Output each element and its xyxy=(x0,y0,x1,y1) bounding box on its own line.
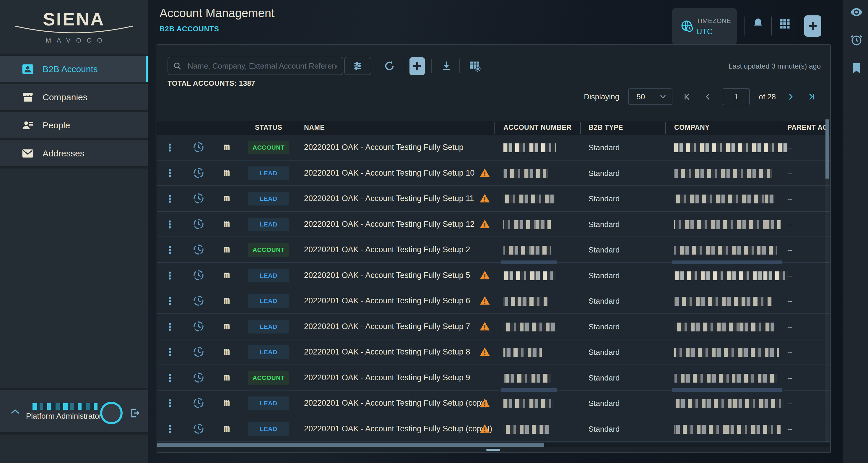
bookmark-icon[interactable] xyxy=(850,61,863,75)
history-icon[interactable] xyxy=(193,167,205,179)
account-name: 20220201 OAK - Account Testing Fully Set… xyxy=(304,373,470,382)
redacted-strip xyxy=(672,260,782,264)
sidebar-item-b2b-accounts[interactable]: B2B Accounts xyxy=(0,56,148,82)
divider xyxy=(0,166,148,169)
sidebar-item-label: Addresses xyxy=(42,148,85,158)
prev-page-button[interactable] xyxy=(702,91,714,103)
timezone-chip[interactable]: TIMEZONE UTC xyxy=(672,8,737,45)
add-new-button[interactable] xyxy=(804,16,821,37)
notifications-bell-icon[interactable] xyxy=(752,17,765,30)
history-icon[interactable] xyxy=(193,320,205,332)
divider xyxy=(0,82,148,84)
row-menu-icon[interactable] xyxy=(165,296,175,306)
account-number-redacted xyxy=(503,246,551,255)
history-icon[interactable] xyxy=(193,243,205,256)
page-size-select[interactable]: 50 xyxy=(628,88,673,105)
parent-account: -- xyxy=(787,220,793,229)
chevron-right-icon xyxy=(786,92,795,101)
history-icon[interactable] xyxy=(193,269,205,281)
parent-account: -- xyxy=(787,373,793,383)
resize-drag-handle[interactable] xyxy=(486,449,500,451)
sidebar-item-addresses[interactable]: Addresses xyxy=(0,140,148,166)
page-number-input[interactable] xyxy=(723,88,750,105)
row-menu-icon[interactable] xyxy=(165,347,175,357)
company-redacted xyxy=(674,220,780,229)
row-menu-icon[interactable] xyxy=(165,220,175,229)
column-header-b2b-type[interactable]: B2B TYPE xyxy=(589,123,623,132)
vertical-scrollbar-thumb[interactable] xyxy=(826,119,829,179)
breadcrumb[interactable]: B2B ACCOUNTS xyxy=(159,25,219,33)
history-icon[interactable] xyxy=(193,346,205,358)
company-redacted xyxy=(674,399,783,408)
mavoco-glyph: m xyxy=(222,218,232,229)
row-menu-icon[interactable] xyxy=(165,398,175,408)
status-badge: LEAD xyxy=(248,422,289,436)
sidebar-item-companies[interactable]: Companies xyxy=(0,84,148,110)
history-icon[interactable] xyxy=(193,397,205,409)
total-accounts-label: TOTAL ACCOUNTS: xyxy=(167,79,237,87)
history-icon[interactable] xyxy=(193,193,205,204)
history-icon[interactable] xyxy=(193,295,205,307)
last-page-button[interactable] xyxy=(805,91,817,103)
search-input[interactable] xyxy=(167,57,343,75)
sidebar: SIENA MAVOCO B2B Accounts Companies Peop… xyxy=(0,0,148,463)
mavoco-glyph: m xyxy=(222,167,232,178)
row-menu-icon[interactable] xyxy=(165,194,175,204)
history-icon[interactable] xyxy=(193,423,205,435)
row-menu-icon[interactable] xyxy=(165,168,175,178)
mavoco-glyph: m xyxy=(222,320,232,332)
column-header-account-number[interactable]: ACCOUNT NUMBER xyxy=(503,123,572,132)
row-menu-icon[interactable] xyxy=(165,143,175,152)
first-page-button[interactable] xyxy=(681,91,693,103)
globe-clock-icon xyxy=(680,20,694,33)
first-page-icon xyxy=(683,92,691,101)
mavoco-glyph: m xyxy=(222,294,232,306)
history-icon[interactable] xyxy=(193,372,205,383)
horizontal-scrollbar-thumb[interactable] xyxy=(157,443,544,447)
table-row: m LEAD 20220201 OAK - Account Testing Fu… xyxy=(157,161,830,186)
warning-icon xyxy=(479,398,490,408)
divider xyxy=(405,59,405,73)
download-button[interactable] xyxy=(437,57,456,75)
history-icon[interactable] xyxy=(193,218,205,230)
displaying-label: Displaying xyxy=(584,92,619,102)
app-grid-icon[interactable] xyxy=(778,17,791,30)
eye-icon[interactable] xyxy=(850,5,863,19)
logout-icon[interactable] xyxy=(129,407,141,418)
column-settings-button[interactable] xyxy=(466,57,484,75)
divider xyxy=(494,122,495,134)
brand-tagline: MAVOCO xyxy=(0,37,148,45)
next-page-button[interactable] xyxy=(785,91,797,103)
row-menu-icon[interactable] xyxy=(165,245,175,255)
filter-button[interactable] xyxy=(344,57,371,75)
b2b-type: Standard xyxy=(589,169,620,178)
chevron-up-icon[interactable] xyxy=(11,409,20,414)
column-header-name[interactable]: NAME xyxy=(304,123,325,132)
page-title: Account Management xyxy=(159,6,275,20)
row-menu-icon[interactable] xyxy=(165,373,175,383)
redacted-strip xyxy=(501,260,557,264)
row-menu-icon[interactable] xyxy=(165,424,175,434)
column-header-status[interactable]: STATUS xyxy=(248,123,289,132)
row-menu-icon[interactable] xyxy=(165,270,175,281)
history-icon[interactable] xyxy=(193,141,205,153)
b2b-type: Standard xyxy=(589,194,620,203)
parent-account: -- xyxy=(787,322,793,331)
alarm-clock-icon[interactable] xyxy=(850,33,863,47)
chevron-left-icon xyxy=(704,92,712,101)
column-header-company[interactable]: COMPANY xyxy=(674,123,710,132)
account-number-redacted xyxy=(503,399,554,408)
account-number-redacted xyxy=(503,297,548,306)
warning-icon xyxy=(479,347,490,357)
refresh-button[interactable] xyxy=(380,57,399,75)
sidebar-item-label: People xyxy=(42,120,70,131)
parent-account: -- xyxy=(787,348,793,357)
column-header-parent-account[interactable]: PARENT ACCOUNT xyxy=(787,123,828,132)
sidebar-item-people[interactable]: People xyxy=(0,112,148,138)
add-account-button[interactable] xyxy=(409,57,425,75)
chevron-down-icon xyxy=(659,94,666,99)
table-header: STATUS NAME ACCOUNT NUMBER B2B TYPE COMP… xyxy=(157,121,830,135)
filter-tune-icon xyxy=(352,60,364,72)
row-menu-icon[interactable] xyxy=(165,322,175,332)
avatar[interactable] xyxy=(100,402,123,424)
